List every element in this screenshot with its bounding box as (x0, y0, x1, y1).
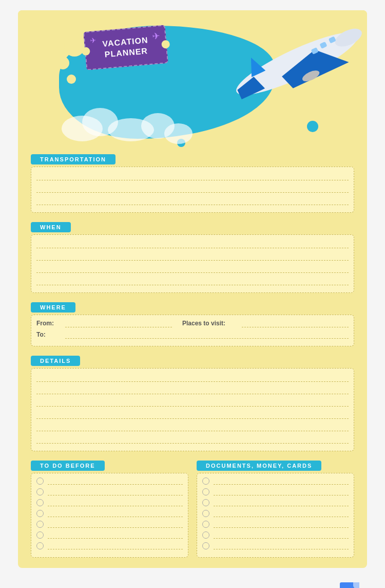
todo-checkbox-1[interactable] (36, 477, 44, 485)
circle-decoration-4 (307, 121, 318, 132)
todo-checklist-box[interactable] (31, 473, 188, 558)
doc-line-1 (214, 477, 349, 485)
from-input-line (65, 319, 172, 327)
vacation-ticket: ✈ VACATION PLANNER ✈ (83, 25, 168, 70)
doc-line-5 (214, 521, 349, 528)
todo-label: TO DO BEFORE (31, 461, 105, 471)
from-label: From: (36, 320, 62, 327)
circle-decoration-1 (64, 36, 85, 57)
todo-line-2 (48, 488, 183, 495)
todo-item-5 (36, 521, 183, 528)
details-line-5 (36, 422, 349, 431)
circle-decoration-3 (67, 75, 76, 84)
where-input-box[interactable]: From: Places to visit: To: (31, 315, 354, 346)
todo-checkbox-5[interactable] (36, 521, 44, 528)
todo-item-3 (36, 499, 183, 506)
doc-line-2 (214, 488, 349, 495)
todo-column: TO DO BEFORE (31, 461, 188, 558)
ticket-title: VACATION PLANNER (102, 35, 149, 60)
transportation-label: TRANSPORTATION (31, 154, 116, 164)
transportation-line-1 (36, 171, 349, 180)
footer-left: GooDocs www.thegoodocs.com (26, 586, 86, 588)
docs-file-icon (340, 582, 359, 588)
doc-line-4 (214, 510, 349, 517)
doc-line-6 (214, 531, 349, 539)
todo-line-1 (48, 477, 183, 485)
transportation-line-2 (36, 183, 349, 193)
todo-item-7 (36, 542, 183, 549)
doc-item-2 (202, 488, 349, 495)
documents-label: Documents, money, cards (197, 461, 321, 471)
details-line-3 (36, 397, 349, 407)
todo-checkbox-3[interactable] (36, 499, 44, 506)
details-line-1 (36, 373, 349, 382)
where-to-row: To: (36, 330, 349, 339)
details-line-4 (36, 410, 349, 419)
documents-checklist-box[interactable] (197, 473, 354, 558)
details-section: DETAILS (31, 356, 354, 451)
todo-checkbox-2[interactable] (36, 488, 44, 495)
doc-item-1 (202, 477, 349, 485)
when-line-2 (36, 251, 349, 261)
todo-item-1 (36, 477, 183, 485)
airplane-illustration (207, 10, 367, 136)
when-input-box[interactable] (31, 234, 354, 293)
to-label: To: (36, 331, 62, 338)
when-line-3 (36, 264, 349, 273)
logo-oo2: o (61, 586, 69, 588)
doc-item-5 (202, 521, 349, 528)
ticket-plane-left-icon: ✈ (90, 36, 97, 45)
doc-checkbox-7[interactable] (202, 542, 209, 549)
doc-checkbox-3[interactable] (202, 499, 209, 506)
details-line-2 (36, 385, 349, 394)
footer: GooDocs www.thegoodocs.com Docs (0, 573, 385, 588)
documents-column: Documents, money, cards (197, 461, 354, 558)
todo-item-6 (36, 531, 183, 539)
where-section: WHERE From: Places to visit: To: (31, 302, 354, 346)
todo-checkbox-6[interactable] (36, 531, 44, 539)
places-input-line (242, 319, 349, 327)
todo-line-4 (48, 510, 183, 517)
header-area: ✈ VACATION PLANNER ✈ (18, 10, 367, 149)
todo-line-5 (48, 521, 183, 528)
to-input-line (65, 330, 349, 339)
doc-checkbox-4[interactable] (202, 510, 209, 517)
transportation-input-box[interactable] (31, 167, 354, 213)
doc-line-7 (214, 542, 349, 549)
doc-item-6 (202, 531, 349, 539)
cloud-decoration (62, 105, 205, 141)
doc-checkbox-5[interactable] (202, 521, 209, 528)
page-wrapper: ✈ VACATION PLANNER ✈ (0, 0, 385, 588)
todo-checkbox-4[interactable] (36, 510, 44, 517)
form-area: TRANSPORTATION WHEN WHERE (18, 149, 367, 568)
doc-item-4 (202, 510, 349, 517)
docs-icon: Docs (340, 582, 359, 588)
when-line-4 (36, 276, 349, 285)
document-card: ✈ VACATION PLANNER ✈ (18, 10, 367, 568)
doc-item-7 (202, 542, 349, 549)
details-input-box[interactable] (31, 368, 354, 451)
transportation-section: TRANSPORTATION (31, 154, 354, 213)
bottom-row: TO DO BEFORE (31, 461, 354, 558)
logo-oo: o (44, 586, 51, 588)
circle-decoration-2 (56, 57, 69, 69)
doc-item-3 (202, 499, 349, 506)
transportation-line-3 (36, 196, 349, 205)
when-line-1 (36, 239, 349, 248)
doc-checkbox-6[interactable] (202, 531, 209, 539)
todo-item-2 (36, 488, 183, 495)
doc-checkbox-1[interactable] (202, 477, 209, 485)
details-line-6 (36, 434, 349, 444)
where-from-row: From: Places to visit: (36, 319, 349, 327)
places-label: Places to visit: (182, 320, 239, 327)
todo-line-3 (48, 499, 183, 506)
when-section: WHEN (31, 222, 354, 293)
where-label: WHERE (31, 302, 75, 313)
doc-checkbox-2[interactable] (202, 488, 209, 495)
todo-line-6 (48, 531, 183, 539)
todo-checkbox-7[interactable] (36, 542, 44, 549)
todo-line-7 (48, 542, 183, 549)
ticket-plane-right-icon: ✈ (151, 30, 160, 42)
details-label: DETAILS (31, 356, 80, 366)
when-label: WHEN (31, 222, 71, 232)
